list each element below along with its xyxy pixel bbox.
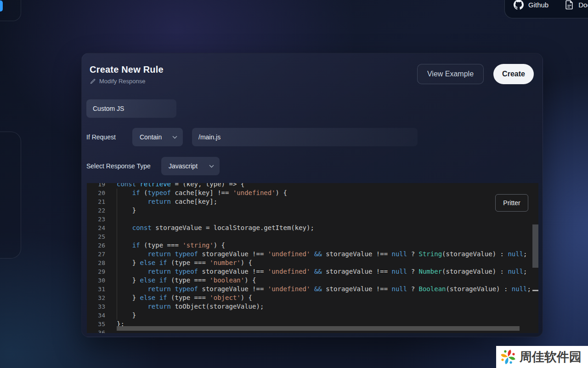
left-side-panel <box>0 132 21 259</box>
url-pattern-input[interactable] <box>192 128 418 146</box>
github-icon[interactable] <box>514 0 524 10</box>
code-line[interactable]: } <box>117 206 531 215</box>
line-number: 28 <box>87 259 105 267</box>
view-example-button[interactable]: View Example <box>417 64 484 84</box>
code-line[interactable]: return typeof storageValue !== 'undefine… <box>117 285 531 293</box>
code-line[interactable]: return typeof storageValue !== 'undefine… <box>117 267 531 276</box>
vertical-scrollbar-thumb[interactable] <box>532 224 538 268</box>
line-number: 34 <box>87 311 105 320</box>
line-number: 32 <box>87 293 105 302</box>
create-button[interactable]: Create <box>493 64 534 84</box>
code-line[interactable]: return cache[key]; <box>117 197 531 206</box>
line-number: 24 <box>87 224 105 232</box>
code-lines[interactable]: const retrieve = (key, type) => { if (ty… <box>117 183 531 333</box>
line-number: 26 <box>87 241 105 250</box>
code-line[interactable]: } else if (type === 'boolean') { <box>117 276 531 285</box>
line-number: 35 <box>87 320 105 328</box>
create-rule-panel: Create New Rule Modify Response View Exa… <box>81 53 543 337</box>
edit-pencil-icon <box>90 78 96 84</box>
code-line[interactable]: } else if (type === 'number') { <box>117 259 531 267</box>
line-number: 22 <box>87 206 105 215</box>
code-line[interactable]: if (typeof cache[key] !== 'undefined') { <box>117 189 531 197</box>
line-number: 36 <box>87 328 105 333</box>
line-number: 29 <box>87 267 105 276</box>
line-number: 23 <box>87 215 105 224</box>
rule-type-subtitle: Modify Response <box>90 78 145 85</box>
doc-icon[interactable] <box>565 0 574 10</box>
code-line[interactable] <box>117 232 531 241</box>
response-type-label: Select Response Type <box>86 157 151 175</box>
rule-name-input[interactable] <box>86 99 176 118</box>
condition-select[interactable]: Contain <box>132 128 183 146</box>
prettier-format-button[interactable]: Pritter <box>495 194 528 212</box>
if-request-label: If Request <box>86 128 116 146</box>
code-line[interactable]: const storageValue = localStorage.getIte… <box>117 224 531 232</box>
condition-value: Contain <box>140 133 162 141</box>
code-line[interactable]: if (type === 'string') { <box>117 241 531 250</box>
github-link[interactable]: Github <box>528 1 548 9</box>
line-number: 31 <box>87 285 105 293</box>
scrollbar-overview-mark <box>532 290 538 291</box>
rule-type-label: Modify Response <box>99 78 145 85</box>
response-type-select[interactable]: Javascript <box>161 157 220 175</box>
page-title: Create New Rule <box>90 64 164 75</box>
code-editor[interactable]: 192021222324252627282930313233343536 con… <box>87 183 538 333</box>
line-number: 21 <box>87 197 105 206</box>
code-line[interactable]: const retrieve = (key, type) => { <box>117 183 531 189</box>
top-nav-links: Github Doc <box>514 0 588 10</box>
code-line[interactable]: return toObject(storageValue); <box>117 302 531 311</box>
line-number: 20 <box>87 189 105 197</box>
response-type-value: Javascript <box>169 162 198 170</box>
line-numbers: 192021222324252627282930313233343536 <box>87 183 105 333</box>
code-line[interactable] <box>117 215 531 224</box>
code-line[interactable]: } else if (type === 'object') { <box>117 293 531 302</box>
top-left-logo-fragment <box>0 0 3 12</box>
chevron-down-icon <box>209 165 214 168</box>
doc-link[interactable]: Doc <box>578 1 588 9</box>
watermark-text: 周佳软件园 <box>520 349 582 365</box>
horizontal-scrollbar-thumb[interactable] <box>117 326 520 331</box>
watermark-logo-icon <box>500 349 516 365</box>
line-number: 33 <box>87 302 105 311</box>
line-number: 30 <box>87 276 105 285</box>
code-line[interactable]: return typeof storageValue !== 'undefine… <box>117 250 531 259</box>
line-number: 25 <box>87 232 105 241</box>
line-number: 19 <box>87 183 105 189</box>
watermark-badge: 周佳软件园 <box>496 346 588 368</box>
code-line[interactable]: } <box>117 311 531 320</box>
line-number: 27 <box>87 250 105 259</box>
chevron-down-icon <box>172 136 177 139</box>
top-left-corner-panel <box>0 0 21 21</box>
